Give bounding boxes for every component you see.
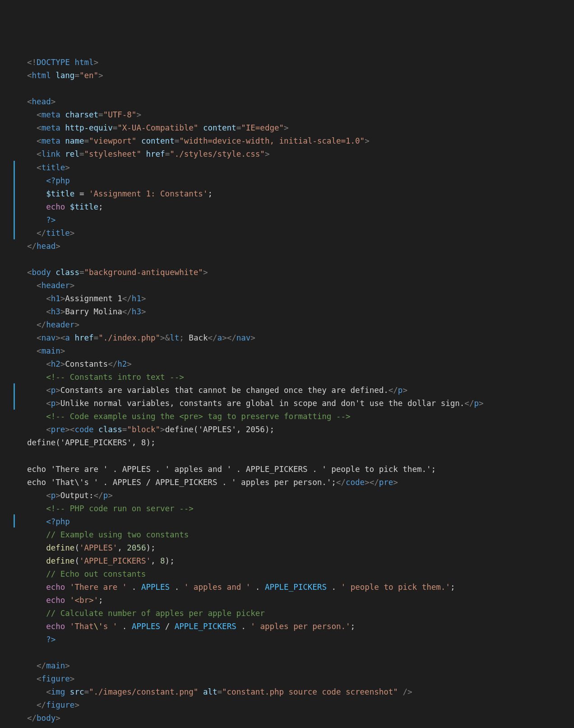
code-line[interactable]: <p>Constants are variables that cannot b… [0, 384, 574, 397]
code-line[interactable]: <title> [0, 161, 574, 174]
token: p [51, 386, 56, 395]
token: html [74, 58, 93, 67]
code-line[interactable] [0, 82, 574, 95]
code-line[interactable]: ?> [0, 214, 574, 227]
token [74, 189, 79, 198]
code-line[interactable]: echo 'There are ' . APPLES . ' apples an… [0, 581, 574, 594]
code-line[interactable]: <pre><code class="block">define('APPLES'… [0, 423, 574, 436]
code-line[interactable]: <figure> [0, 672, 574, 686]
token: </ [27, 714, 37, 723]
code-line[interactable] [0, 646, 574, 659]
token: class [56, 268, 79, 277]
code-line[interactable]: <meta http-equiv="X-UA-Compatible" conte… [0, 121, 574, 135]
code-line[interactable]: echo '<br>'; [0, 594, 574, 607]
token: a [65, 333, 70, 342]
code-line[interactable]: echo 'That\'s ' . APPLES / APPLE_PICKERS… [0, 476, 574, 489]
code-line[interactable]: <p>Unlike normal variables, constants ar… [0, 397, 574, 410]
code-line[interactable]: <?php [0, 174, 574, 187]
token: ' people to pick them.' [341, 583, 450, 592]
code-line[interactable]: // Example using two constants [0, 528, 574, 541]
token: Output: [60, 491, 94, 500]
code-line[interactable]: define('APPLE_PICKERS', 8); [0, 436, 574, 449]
code-line[interactable]: <p>Output:</p> [0, 489, 574, 502]
token: ); [165, 556, 175, 565]
token: lang [56, 71, 74, 80]
token: class [98, 425, 122, 434]
code-line[interactable]: <header> [0, 279, 574, 292]
code-line[interactable]: <main> [0, 345, 574, 358]
code-line[interactable]: <head> [0, 95, 574, 108]
token [65, 583, 70, 592]
token: figure [42, 674, 70, 683]
token: http-equiv [65, 123, 112, 132]
code-line[interactable]: <h2>Constants</h2> [0, 358, 574, 371]
code-line[interactable] [0, 253, 574, 266]
token: link [42, 149, 60, 159]
code-line[interactable]: echo 'That\'s ' . APPLES / APPLE_PICKERS… [0, 620, 574, 633]
token: main [42, 346, 60, 355]
token: . [132, 583, 137, 592]
token: </ [208, 333, 218, 342]
code-editor[interactable]: <!DOCTYPE html><html lang="en"><head> <m… [0, 52, 574, 728]
code-line[interactable] [0, 450, 574, 463]
code-line[interactable]: <!-- Code example using the <pre> tag to… [0, 410, 574, 423]
code-line[interactable]: <nav><a href="./index.php">&lt; Back</a>… [0, 331, 574, 345]
token: </ [370, 478, 379, 487]
code-line[interactable]: <body class="background-antiquewhite"> [0, 266, 574, 279]
token: a [218, 333, 222, 342]
code-line[interactable]: <!-- Constants intro text --> [0, 371, 574, 384]
code-line[interactable]: <html lang="en"> [0, 69, 574, 82]
token: "block" [127, 425, 160, 434]
code-line[interactable]: </header> [0, 318, 574, 331]
code-line[interactable]: <!-- PHP code run on server --> [0, 502, 574, 515]
token: 'APPLE_PICKERS' [79, 556, 151, 565]
token: img [51, 687, 65, 696]
token: < [37, 136, 42, 145]
code-line[interactable]: </figure> [0, 699, 574, 712]
code-line[interactable]: <?php [0, 515, 574, 528]
code-line[interactable]: </main> [0, 659, 574, 672]
token: ; [179, 333, 184, 342]
token: href [146, 149, 165, 159]
token: 'APPLES' [79, 543, 117, 552]
token: </ [108, 359, 117, 369]
code-line[interactable]: <h1>Assignment 1</h1> [0, 292, 574, 305]
code-line[interactable]: </head> [0, 240, 574, 253]
token: header [46, 320, 74, 329]
token: > [56, 386, 60, 395]
token: > [108, 491, 113, 500]
code-line[interactable]: <meta charset="UTF-8"> [0, 108, 574, 121]
code-line[interactable]: <h3>Barry Molina</h3> [0, 305, 574, 318]
code-line[interactable]: <meta name="viewport" content="width=dev… [0, 135, 574, 148]
token: '<br>' [70, 596, 98, 605]
code-line[interactable]: <link rel="stylesheet" href="./styles/st… [0, 148, 574, 161]
code-line[interactable]: $title = 'Assignment 1: Constants'; [0, 187, 574, 201]
token: pre [51, 425, 65, 434]
code-line[interactable]: <img src="./images/constant.png" alt="co… [0, 686, 574, 699]
token: > [98, 71, 103, 80]
token: meta [42, 110, 60, 119]
token: ; [98, 596, 103, 605]
token: > [141, 307, 146, 316]
code-line[interactable] [0, 725, 574, 728]
token: ); [146, 543, 155, 552]
code-line[interactable]: </body> [0, 712, 574, 725]
code-line[interactable]: define('APPLE_PICKERS', 8); [0, 555, 574, 568]
code-line[interactable]: <!DOCTYPE html> [0, 56, 574, 69]
token: </ [37, 320, 46, 329]
code-line[interactable]: // Echo out constants [0, 568, 574, 581]
token: > [127, 359, 132, 369]
code-line[interactable]: // Calculate number of apples per apple … [0, 607, 574, 620]
token: p [51, 399, 56, 408]
code-line[interactable]: </title> [0, 227, 574, 240]
token: ; [208, 189, 213, 198]
code-line[interactable]: echo 'There are ' . APPLES . ' apples an… [0, 463, 574, 476]
code-line[interactable]: echo $title; [0, 201, 574, 214]
code-line[interactable]: define('APPLES', 2056); [0, 541, 574, 555]
token: </ [94, 491, 103, 500]
token: < [37, 281, 42, 290]
token: > [403, 386, 407, 395]
token: content [141, 136, 175, 145]
code-line[interactable]: ?> [0, 633, 574, 646]
token [127, 622, 132, 631]
